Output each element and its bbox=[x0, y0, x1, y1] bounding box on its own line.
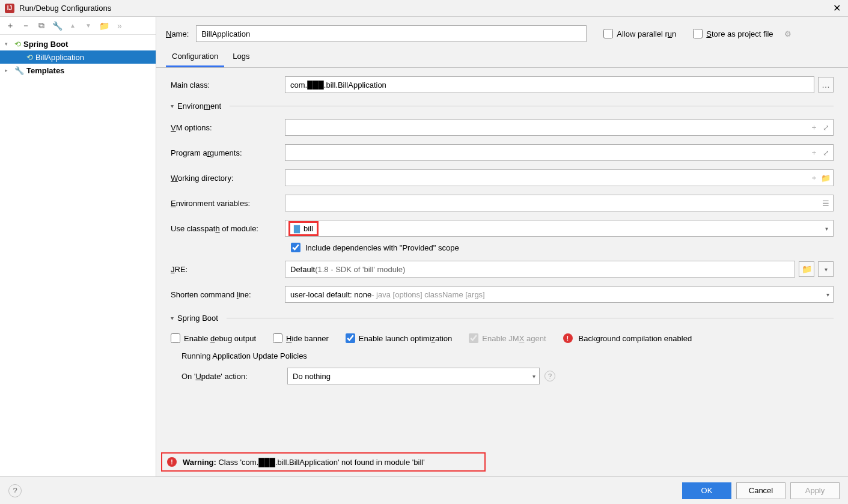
gear-icon[interactable]: ⚙ bbox=[784, 29, 792, 38]
on-update-select[interactable]: Do nothing ▾ bbox=[287, 368, 540, 384]
on-update-value: Do nothing bbox=[293, 372, 331, 381]
dialog-footer: ? OK Cancel Apply bbox=[0, 476, 848, 504]
shorten-cmd-row: Shorten command line: user-local default… bbox=[171, 286, 834, 303]
add-icon[interactable]: ＋ bbox=[808, 172, 819, 183]
left-panel: ＋ － ⧉ 🔧 ▲ ▼ 📁 » ▾ ⟲ Spring Boot ⟲ BillAp… bbox=[0, 17, 156, 476]
apply-button: Apply bbox=[790, 482, 840, 499]
section-label: Environment bbox=[177, 102, 221, 111]
tabs: Configuration Logs bbox=[156, 47, 848, 68]
help-button[interactable]: ? bbox=[8, 484, 22, 497]
tree-label: Templates bbox=[26, 66, 64, 75]
working-dir-label: Working directory: bbox=[171, 174, 285, 183]
main-class-row: Main class: … bbox=[171, 76, 834, 93]
jre-dropdown-button[interactable]: ▾ bbox=[818, 261, 834, 277]
shorten-cmd-select[interactable]: user-local default: none - java [options… bbox=[285, 286, 834, 303]
add-icon[interactable]: ＋ bbox=[4, 19, 17, 32]
tab-configuration[interactable]: Configuration bbox=[166, 47, 224, 67]
jmx-agent-checkbox: Enable JMX agent bbox=[469, 333, 546, 343]
on-update-row: On 'Update' action: Do nothing ▾ ? bbox=[181, 368, 834, 384]
name-input[interactable] bbox=[196, 25, 587, 42]
warning-bar: ! Warning: Class 'com.███.bill.BillAppli… bbox=[161, 452, 486, 472]
jre-browse-button[interactable]: 📁 bbox=[799, 261, 814, 277]
remove-icon[interactable]: － bbox=[19, 19, 32, 32]
section-label: Spring Boot bbox=[177, 314, 218, 323]
right-panel: Name: Allow parallel run Store as projec… bbox=[156, 17, 848, 476]
name-row: Name: Allow parallel run Store as projec… bbox=[156, 17, 848, 47]
hide-banner-checkbox[interactable]: Hide banner bbox=[273, 333, 329, 343]
edit-icon[interactable]: 🔧 bbox=[50, 19, 64, 32]
tree-node-billapplication[interactable]: ⟲ BillApplication bbox=[0, 50, 156, 64]
warning-text: Warning: Class 'com.███.bill.BillApplica… bbox=[183, 458, 425, 467]
help-icon[interactable]: ? bbox=[544, 371, 555, 381]
error-icon: ! bbox=[563, 333, 573, 343]
main-class-input[interactable] bbox=[285, 76, 814, 93]
browse-class-button[interactable]: … bbox=[818, 77, 834, 93]
shorten-value: user-local default: none bbox=[290, 290, 371, 299]
program-args-row: Program arguments: ＋ ⤢ bbox=[171, 144, 834, 161]
tree-label: BillApplication bbox=[35, 53, 84, 62]
down-icon: ▼ bbox=[82, 19, 95, 32]
include-provided-checkbox[interactable]: Include dependencies with "Provided" sco… bbox=[171, 243, 834, 252]
config-tree: ▾ ⟲ Spring Boot ⟲ BillApplication ▸ 🔧 Te… bbox=[0, 35, 156, 476]
tree-label: Spring Boot bbox=[23, 40, 68, 49]
env-vars-input[interactable] bbox=[285, 195, 834, 211]
folder-icon: ▇ bbox=[294, 224, 300, 233]
allow-parallel-checkbox[interactable]: Allow parallel run bbox=[603, 29, 676, 38]
on-update-label: On 'Update' action: bbox=[181, 372, 287, 381]
jre-hint: (1.8 - SDK of 'bill' module) bbox=[315, 265, 405, 274]
spring-icon: ⟲ bbox=[26, 53, 33, 62]
include-provided-label: Include dependencies with "Provided" sco… bbox=[305, 243, 459, 252]
program-args-label: Program arguments: bbox=[171, 148, 285, 157]
update-policies-header: Running Application Update Policies bbox=[181, 351, 834, 360]
classpath-module-value: bill bbox=[304, 224, 313, 233]
chevron-down-icon: ▾ bbox=[5, 41, 12, 47]
name-label: Name: bbox=[166, 29, 189, 38]
config-scroll[interactable]: Main class: … ▾ Environment VM options: bbox=[156, 68, 848, 452]
folder-icon[interactable]: 📁 bbox=[97, 19, 111, 32]
add-icon[interactable]: ＋ bbox=[808, 147, 819, 158]
chevron-down-icon: ▾ bbox=[532, 373, 535, 380]
chevron-down-icon: ▾ bbox=[171, 315, 174, 321]
divider bbox=[227, 318, 834, 318]
update-policies-section: Running Application Update Policies On '… bbox=[171, 351, 834, 384]
copy-icon[interactable]: ⧉ bbox=[35, 19, 48, 32]
env-section-header[interactable]: ▾ Environment bbox=[171, 102, 834, 111]
working-dir-row: Working directory: ＋ 📁 bbox=[171, 169, 834, 186]
divider bbox=[230, 106, 834, 106]
chevron-down-icon: ▾ bbox=[826, 291, 829, 298]
config-form: Main class: … ▾ Environment VM options: bbox=[166, 68, 838, 405]
cancel-button[interactable]: Cancel bbox=[736, 482, 785, 499]
jre-label: JRE: bbox=[171, 265, 285, 274]
close-icon[interactable]: ✕ bbox=[831, 2, 843, 14]
tree-node-spring-boot[interactable]: ▾ ⟲ Spring Boot bbox=[0, 37, 156, 50]
classpath-module-select[interactable]: ▇ bill ▾ bbox=[285, 220, 834, 237]
vm-options-input[interactable] bbox=[285, 119, 834, 136]
up-icon: ▲ bbox=[66, 19, 79, 32]
store-project-checkbox[interactable]: Store as project file bbox=[693, 29, 773, 38]
chevron-right-icon: ▸ bbox=[5, 67, 12, 73]
launch-opt-checkbox[interactable]: Enable launch optimization bbox=[346, 333, 452, 343]
folder-icon[interactable]: 📁 bbox=[820, 172, 831, 183]
spring-icon: ⟲ bbox=[14, 40, 21, 49]
wrench-icon: 🔧 bbox=[14, 66, 24, 75]
springboot-section-header[interactable]: ▾ Spring Boot bbox=[171, 314, 834, 323]
more-icon: » bbox=[113, 19, 126, 32]
bg-compile-label: Background compilation enabled bbox=[579, 334, 692, 343]
chevron-down-icon: ▾ bbox=[171, 103, 174, 109]
tree-node-templates[interactable]: ▸ 🔧 Templates bbox=[0, 64, 156, 77]
working-dir-input[interactable] bbox=[285, 169, 834, 186]
expand-icon[interactable]: ⤢ bbox=[820, 147, 831, 158]
enable-debug-checkbox[interactable]: Enable debug output bbox=[171, 333, 256, 343]
classpath-label: Use classpath of module: bbox=[171, 224, 285, 233]
shorten-cmd-label: Shorten command line: bbox=[171, 290, 285, 299]
bg-compile-status: ! Background compilation enabled bbox=[563, 333, 692, 343]
program-args-input[interactable] bbox=[285, 144, 834, 161]
classpath-row: Use classpath of module: ▇ bill ▾ bbox=[171, 220, 834, 237]
shorten-hint: - java [options] className [args] bbox=[371, 290, 485, 299]
ok-button[interactable]: OK bbox=[682, 482, 731, 499]
tab-logs[interactable]: Logs bbox=[227, 47, 255, 67]
expand-icon[interactable]: ⤢ bbox=[820, 122, 831, 133]
add-icon[interactable]: ＋ bbox=[808, 122, 819, 133]
title-bar: IJ Run/Debug Configurations ✕ bbox=[0, 0, 848, 17]
list-icon[interactable]: ☰ bbox=[820, 198, 831, 208]
